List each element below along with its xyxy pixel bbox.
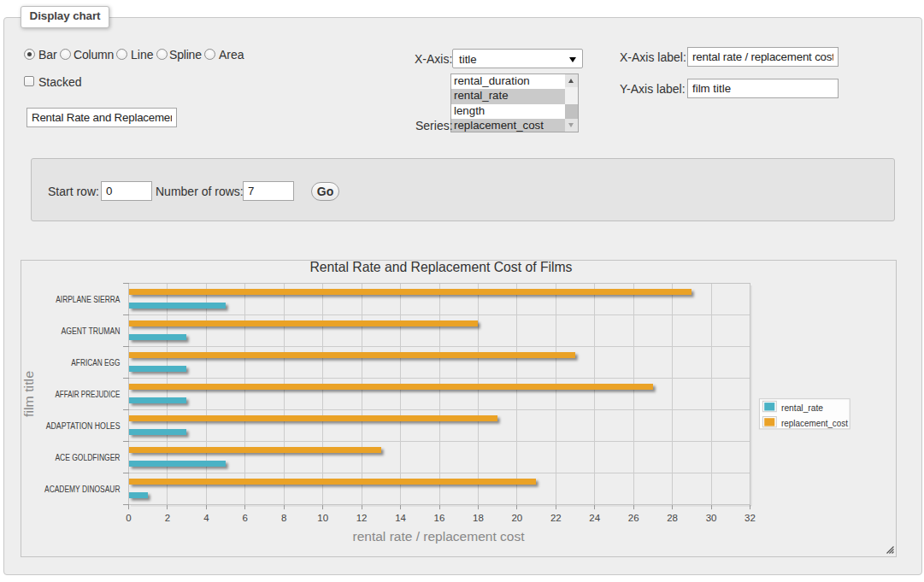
svg-text:ADAPTATION HOLES: ADAPTATION HOLES xyxy=(46,421,121,431)
svg-text:4: 4 xyxy=(203,513,209,523)
svg-text:ACE GOLDFINGER: ACE GOLDFINGER xyxy=(55,453,120,462)
svg-text:2: 2 xyxy=(165,513,170,523)
svg-text:AIRPLANE SIERRA: AIRPLANE SIERRA xyxy=(56,295,121,304)
svg-text:20: 20 xyxy=(511,513,522,523)
svg-text:AFRICAN EGG: AFRICAN EGG xyxy=(71,358,120,367)
svg-text:26: 26 xyxy=(628,513,639,523)
svg-text:8: 8 xyxy=(281,513,286,523)
svg-text:0: 0 xyxy=(126,513,131,523)
svg-text:rental rate / replacement cost: rental rate / replacement cost xyxy=(353,529,526,544)
svg-text:ACADEMY DINOSAUR: ACADEMY DINOSAUR xyxy=(44,485,121,494)
svg-text:24: 24 xyxy=(589,513,600,523)
svg-text:16: 16 xyxy=(434,513,445,523)
svg-text:32: 32 xyxy=(744,513,756,523)
svg-text:30: 30 xyxy=(706,513,717,523)
svg-text:18: 18 xyxy=(473,513,484,523)
svg-text:Rental Rate and Replacement Co: Rental Rate and Replacement Cost of Film… xyxy=(310,261,573,274)
svg-text:22: 22 xyxy=(550,513,562,523)
svg-text:12: 12 xyxy=(356,513,368,523)
svg-text:6: 6 xyxy=(243,513,248,523)
svg-text:14: 14 xyxy=(395,513,406,523)
svg-text:10: 10 xyxy=(317,513,328,523)
svg-text:AFFAIR PREJUDICE: AFFAIR PREJUDICE xyxy=(55,390,120,399)
svg-text:replacement_cost: replacement_cost xyxy=(781,418,848,428)
svg-text:rental_rate: rental_rate xyxy=(781,403,823,413)
svg-text:AGENT TRUMAN: AGENT TRUMAN xyxy=(61,326,120,336)
svg-text:28: 28 xyxy=(667,513,678,523)
svg-text:film title: film title xyxy=(21,371,36,417)
